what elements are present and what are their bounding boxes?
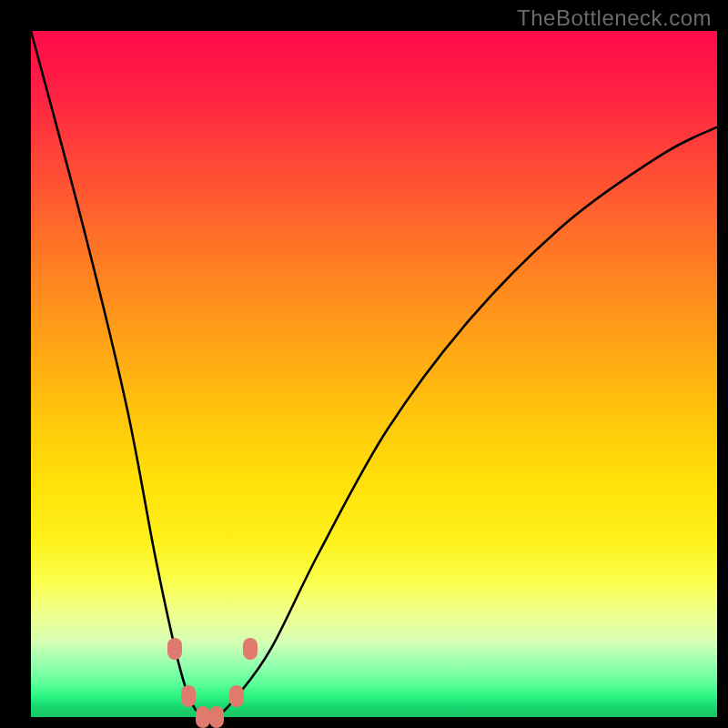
curve-marker — [243, 638, 258, 660]
chart-stage: TheBottleneck.com — [0, 0, 728, 728]
curve-marker — [209, 706, 224, 728]
watermark-text: TheBottleneck.com — [517, 5, 712, 31]
plot-area — [31, 31, 717, 717]
bottleneck-curve — [31, 31, 717, 717]
curve-marker — [196, 706, 210, 728]
curve-marker — [229, 685, 244, 707]
curve-marker — [181, 685, 196, 707]
curve-marker — [167, 638, 182, 660]
